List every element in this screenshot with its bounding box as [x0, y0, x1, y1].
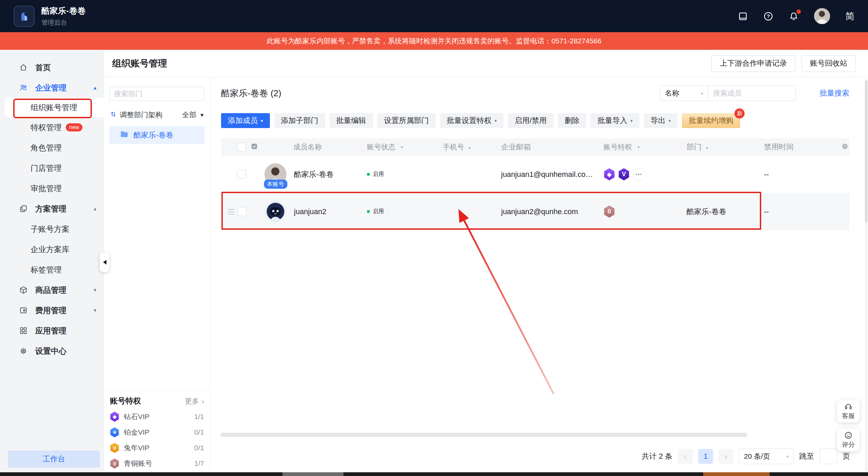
drag-handle-icon[interactable]	[228, 209, 235, 214]
rabbit-vip-icon: V	[110, 443, 119, 453]
department-search-input[interactable]	[110, 87, 204, 101]
batch-import-button[interactable]: 批量导入 ▾	[591, 113, 639, 128]
sidebar-nav: 首页 企业管理 ▲ 组织账号管理 特权管理 new 角色管理	[0, 50, 104, 476]
horizontal-scrollbar[interactable]	[220, 433, 747, 437]
prev-page-button[interactable]: ‹	[678, 449, 693, 464]
column-header-status[interactable]: 账号状态 ▾	[367, 142, 443, 152]
sidebar-collapse-handle[interactable]	[100, 252, 109, 272]
batch-search-link[interactable]: 批量搜索	[820, 88, 849, 98]
department-tree-item[interactable]: 酷家乐-卷卷	[110, 126, 204, 144]
sidebar-item-stores[interactable]: 门店管理	[0, 158, 104, 178]
column-label: 成员名称	[293, 142, 322, 152]
topbar: 酷家乐-卷卷 管理后台 ?	[0, 0, 868, 32]
sidebar-item-goods[interactable]: 商品管理 ▼	[0, 280, 104, 300]
sidebar-item-org-accounts[interactable]: 组织账号管理	[5, 98, 104, 117]
customer-service-button[interactable]: 客服	[837, 400, 860, 422]
button-label: 启用/禁用	[515, 116, 547, 126]
member-search-input[interactable]	[708, 85, 796, 101]
adjust-structure-label[interactable]: 调整部门架构	[120, 110, 162, 120]
table-row[interactable]: juanjuan2 启用 juanjuan2@qunhe.com 0	[221, 193, 849, 230]
sidebar-item-fees[interactable]: 费用管理 ▼	[0, 300, 104, 320]
export-button[interactable]: 导出 ▾	[644, 113, 678, 128]
privileges-more-link[interactable]: 更多 ›	[185, 396, 204, 406]
rate-button[interactable]: 评分	[837, 429, 860, 451]
button-label: 批量编辑	[336, 116, 366, 126]
search-field-select[interactable]: 名称 ▾	[660, 85, 708, 101]
warning-banner-text: 此账号为酷家乐内部账号，严禁售卖，系统将随时检测并关闭违规售卖的账号。监督电话：…	[267, 36, 601, 46]
admin-screen: 酷家乐-卷卷 管理后台 ?	[0, 0, 868, 476]
column-header-privilege[interactable]: 账号特权 ▾	[604, 142, 687, 152]
sidebar-item-label: 商品管理	[35, 285, 66, 295]
sidebar-item-privileges[interactable]: 特权管理 new	[0, 117, 104, 138]
sidebar-item-label: 审批管理	[31, 183, 62, 194]
sidebar-item-label: 企业方案库	[31, 244, 70, 255]
enable-disable-button[interactable]: 启用/禁用	[508, 113, 553, 128]
more-privileges-icon[interactable]: •••	[633, 168, 645, 181]
chevron-up-icon: ▲	[93, 206, 97, 211]
batch-set-privilege-button[interactable]: 批量设置特权 ▾	[440, 113, 504, 128]
workbench-button[interactable]: 工作台	[8, 451, 100, 468]
add-sub-department-button[interactable]: 添加子部门	[274, 113, 325, 128]
batch-edit-button[interactable]: 批量编辑	[330, 113, 373, 128]
select-all-checkbox[interactable]	[237, 143, 246, 152]
cooperation-records-button[interactable]: 上下游合作申请记录	[711, 55, 795, 72]
next-page-button[interactable]: ›	[718, 449, 733, 464]
table-settings-gear-icon[interactable]	[841, 142, 849, 152]
help-icon[interactable]: ?	[763, 11, 773, 21]
member-search-cluster: 名称 ▾ 批量搜索	[660, 85, 849, 101]
row-department-cell: 酷家乐-卷卷	[687, 207, 764, 217]
column-settings-cell	[831, 142, 849, 152]
row-disabled-time-cell: --	[764, 207, 831, 216]
chevron-down-icon: ▾	[669, 118, 671, 123]
app-logo[interactable]	[14, 6, 35, 27]
privilege-count: 1/7	[194, 459, 204, 468]
batch-select-icon[interactable]	[250, 142, 258, 152]
row-disabled-time-cell: --	[764, 170, 831, 179]
column-label: 账号特权	[604, 142, 632, 152]
sidebar-item-apps[interactable]: 应用管理	[0, 320, 104, 341]
column-header-name[interactable]: 成员名称	[264, 142, 367, 152]
sidebar-item-subaccount-plans[interactable]: 子账号方案	[0, 219, 104, 239]
add-member-button[interactable]: 添加成员 ▾	[221, 113, 270, 128]
fees-icon	[19, 306, 28, 315]
row-checkbox[interactable]	[237, 170, 246, 179]
vertical-scrollbar[interactable]	[865, 79, 868, 472]
sidebar-item-enterprise[interactable]: 企业管理 ▲	[0, 78, 104, 98]
sidebar-item-label: 费用管理	[35, 305, 66, 316]
search-field-value: 名称	[665, 88, 679, 98]
set-department-button[interactable]: 设置所属部门	[377, 113, 436, 128]
sidebar-item-roles[interactable]: 角色管理	[0, 138, 104, 158]
button-label: 批量续约增购	[689, 116, 733, 126]
row-checkbox[interactable]	[237, 207, 246, 216]
chevron-down-icon: ▾	[706, 145, 708, 150]
batch-renewal-button[interactable]: 批量续约增购 新	[682, 113, 740, 128]
sidebar-item-tags[interactable]: 标签管理	[0, 260, 104, 280]
button-label: 添加子部门	[281, 116, 318, 126]
table-row[interactable]: 本账号 酷家乐-卷卷 启用 juanjuan1@qunhemail.co…	[221, 156, 849, 193]
manual-icon[interactable]	[738, 11, 748, 21]
status-text: 启用	[373, 171, 384, 178]
sidebar-item-enterprise-plan-library[interactable]: 企业方案库	[0, 239, 104, 260]
language-toggle[interactable]: 简	[845, 10, 854, 22]
sidebar-item-settings[interactable]: 设置中心	[0, 341, 104, 361]
account-recycle-bin-button[interactable]: 账号回收站	[802, 55, 856, 72]
column-header-phone[interactable]: 手机号 ▾	[443, 142, 501, 152]
column-header-email[interactable]: 企业邮箱	[501, 142, 604, 152]
jump-page-input[interactable]	[820, 449, 837, 464]
bottom-taskbar-strip	[0, 472, 868, 476]
jump-prefix-label: 跳至	[799, 451, 814, 461]
sort-arrows-icon	[110, 110, 117, 120]
user-avatar[interactable]	[814, 8, 830, 24]
sidebar-item-plans[interactable]: 方案管理 ▲	[0, 199, 104, 219]
current-page-button[interactable]: 1	[698, 449, 713, 464]
sidebar-item-approvals[interactable]: 审批管理	[0, 178, 104, 199]
notification-bell-icon[interactable]	[789, 11, 799, 21]
column-header-department[interactable]: 部门 ▾	[687, 142, 764, 152]
chevron-down-icon: ▾	[495, 118, 497, 123]
filter-all-dropdown[interactable]: 全部 ▼	[182, 110, 204, 120]
chevron-down-icon: ▾	[630, 118, 633, 123]
column-header-disabled-time[interactable]: 禁用时间	[764, 142, 831, 152]
delete-button[interactable]: 删除	[558, 113, 586, 128]
sidebar-item-home[interactable]: 首页	[0, 57, 104, 78]
page-size-select[interactable]: 20 条/页 ▾	[739, 449, 794, 464]
